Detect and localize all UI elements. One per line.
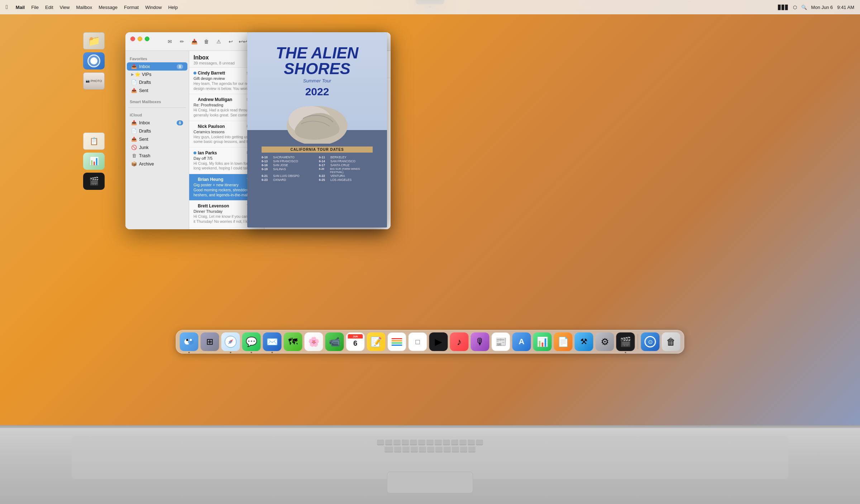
- key[interactable]: [468, 447, 476, 452]
- dock-music[interactable]: ♪: [450, 332, 469, 351]
- sidebar-item-junk[interactable]: 🚫 Junk: [127, 143, 187, 152]
- dock-freeform[interactable]: □: [408, 332, 427, 351]
- dock-accessibility[interactable]: ⊙: [641, 332, 660, 351]
- dock-notes[interactable]: 📝: [367, 332, 386, 351]
- junk-icon: 🚫: [131, 145, 137, 150]
- key[interactable]: [419, 447, 426, 452]
- key[interactable]: [459, 440, 467, 445]
- sidebar-item-drafts-icloud[interactable]: 📄 Drafts: [127, 127, 187, 135]
- reply-icon[interactable]: ↩: [226, 37, 236, 47]
- compose-icon[interactable]: ✉: [165, 37, 175, 47]
- menu-format[interactable]: Format: [124, 5, 139, 10]
- key[interactable]: [402, 440, 409, 445]
- minimize-button[interactable]: [138, 37, 142, 41]
- dock-reminders[interactable]: [388, 332, 406, 351]
- desktop-icon-2[interactable]: [82, 52, 106, 69]
- dock-final-cut[interactable]: 🎬: [616, 332, 635, 351]
- sidebar-item-archive[interactable]: 📦 Archive: [127, 160, 187, 168]
- key[interactable]: [393, 440, 401, 445]
- delete-icon[interactable]: 🗑: [201, 37, 211, 47]
- dock-messages[interactable]: 💬: [242, 332, 261, 351]
- desktop-icon-6[interactable]: 🎬: [82, 173, 106, 190]
- dock-news[interactable]: 📰: [492, 332, 510, 351]
- key[interactable]: [385, 440, 392, 445]
- video-icon: 🎬: [89, 177, 99, 186]
- vips-row[interactable]: ▶ ⭐ VIPs: [127, 71, 187, 78]
- window-controls: [125, 32, 154, 44]
- reply-all-icon[interactable]: ↩↩: [238, 37, 248, 47]
- message-item-6[interactable]: Greg Apodaca Yesterday Oops 😱 Okay, some…: [189, 227, 264, 229]
- dock-trash[interactable]: 🗑: [662, 332, 680, 351]
- desktop-icon-5[interactable]: 📊: [82, 153, 106, 170]
- unread-dot-3: [194, 152, 196, 154]
- sidebar-item-drafts-fav[interactable]: 📄 Drafts: [127, 78, 187, 86]
- key[interactable]: [410, 440, 417, 445]
- dock-launchpad[interactable]: ⊞: [201, 332, 219, 351]
- junk-icon[interactable]: ⚠: [214, 37, 224, 47]
- key[interactable]: [452, 447, 459, 452]
- dock-photos[interactable]: 🌸: [305, 332, 323, 351]
- sidebar-item-sent-fav[interactable]: 📤 Sent: [127, 86, 187, 95]
- dock-mail[interactable]: ✉️: [263, 332, 282, 351]
- sidebar-item-trash[interactable]: 🗑 Trash: [127, 152, 187, 160]
- sidebar-item-sent-icloud[interactable]: 📤 Sent: [127, 135, 187, 143]
- search-icon[interactable]: 🔍: [801, 5, 807, 10]
- dock-maps[interactable]: 🗺: [284, 332, 302, 351]
- sidebar-item-inbox-icloud[interactable]: 📥 Inbox 8: [127, 119, 187, 127]
- key[interactable]: [444, 447, 451, 452]
- menu-view[interactable]: View: [60, 5, 70, 10]
- menu-help[interactable]: Help: [168, 5, 178, 10]
- dock-safari[interactable]: [221, 332, 240, 351]
- music-icon: ♪: [457, 336, 462, 347]
- key[interactable]: [435, 447, 443, 452]
- close-button[interactable]: [130, 37, 135, 41]
- archive-icon[interactable]: 📥: [189, 37, 199, 47]
- menu-mailbox[interactable]: Mailbox: [76, 5, 92, 10]
- key[interactable]: [418, 440, 425, 445]
- desktop-icon-1[interactable]: 📁: [82, 32, 106, 49]
- dock-numbers[interactable]: 📊: [533, 332, 552, 351]
- mail-icon: ✉️: [267, 336, 278, 347]
- key[interactable]: [468, 440, 475, 445]
- archive-label: Archive: [139, 162, 154, 167]
- key[interactable]: [443, 440, 450, 445]
- drafts-fav-icon: 📄: [131, 80, 137, 85]
- msg-sender-0: Cindy Barrett: [198, 71, 225, 76]
- dock-appletv[interactable]: ▶: [429, 332, 448, 351]
- key[interactable]: [427, 447, 434, 452]
- key[interactable]: [384, 447, 393, 452]
- sidebar-item-inbox-fav[interactable]: 📥 Inbox 8: [127, 62, 187, 71]
- key[interactable]: [411, 447, 418, 452]
- safari-icon: [224, 335, 237, 348]
- apple-logo-icon[interactable]: : [6, 4, 8, 10]
- menu-window[interactable]: Window: [145, 5, 162, 10]
- dock-facetime[interactable]: 📹: [325, 332, 344, 351]
- dock-podcasts[interactable]: 🎙: [471, 332, 489, 351]
- dock-calendar[interactable]: JUN 6: [346, 332, 365, 351]
- menu-app[interactable]: Mail: [16, 5, 25, 10]
- dock-system-prefs[interactable]: ⚙: [596, 332, 614, 351]
- key[interactable]: [426, 440, 434, 445]
- menu-edit[interactable]: Edit: [45, 5, 53, 10]
- dock-instruments[interactable]: ⚒: [575, 332, 593, 351]
- key[interactable]: [476, 440, 483, 445]
- menu-file[interactable]: File: [31, 5, 39, 10]
- key[interactable]: [435, 440, 442, 445]
- dock-mosaic[interactable]: A: [512, 332, 531, 351]
- desktop-icon-4[interactable]: 📋: [82, 133, 106, 150]
- macbook-trackpad[interactable]: [387, 472, 473, 493]
- desktop-icon-3[interactable]: 📷 PHOTO: [82, 72, 106, 90]
- desktop-icon-3-img: 📷 PHOTO: [83, 72, 105, 90]
- key[interactable]: [377, 440, 384, 445]
- pencil-icon[interactable]: ✏: [177, 37, 187, 47]
- maximize-button[interactable]: [145, 37, 149, 41]
- menu-message[interactable]: Message: [99, 5, 118, 10]
- final-cut-dot: [625, 352, 626, 353]
- dock-finder[interactable]: [180, 332, 199, 351]
- key[interactable]: [451, 440, 458, 445]
- key[interactable]: [460, 447, 467, 452]
- key[interactable]: [402, 447, 410, 452]
- dock-pages[interactable]: 📄: [554, 332, 573, 351]
- keyboard-rows: [72, 436, 788, 456]
- key[interactable]: [394, 447, 401, 452]
